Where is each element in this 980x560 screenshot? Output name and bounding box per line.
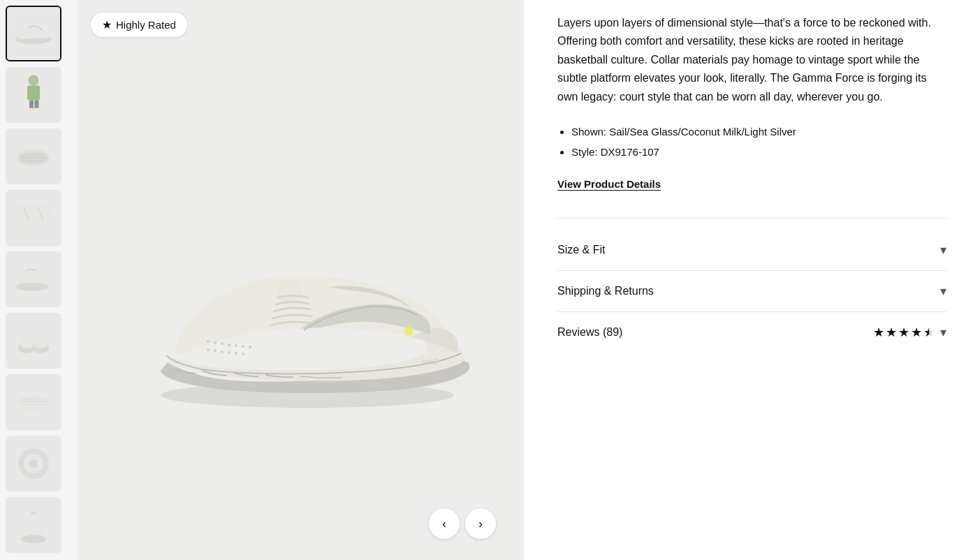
main-product-image: NIKE	[105, 147, 496, 413]
svg-rect-2	[27, 86, 40, 101]
star-4: ★	[911, 325, 922, 340]
next-image-button[interactable]: ›	[465, 508, 496, 539]
page-wrapper: ★ Highly Rated	[0, 0, 980, 560]
thumbnail-3[interactable]	[6, 128, 61, 184]
bullet-style: Style: DX9176-107	[571, 143, 946, 161]
reviews-label: Reviews (89)	[557, 326, 622, 339]
svg-point-44	[404, 325, 413, 336]
svg-point-36	[221, 351, 224, 353]
svg-rect-5	[27, 108, 34, 112]
reviews-right: ★ ★ ★ ★ ★ ★ ▾	[873, 325, 946, 340]
product-description: Layers upon layers of dimensional style—…	[557, 14, 946, 106]
svg-point-31	[214, 341, 217, 344]
svg-rect-1	[29, 75, 39, 86]
star-5-half: ★ ★	[923, 325, 935, 340]
svg-point-32	[221, 342, 224, 345]
bullet-colorway: Shown: Sail/Sea Glass/Coconut Milk/Light…	[571, 123, 946, 141]
star-1: ★	[873, 325, 884, 340]
svg-point-37	[228, 351, 231, 354]
thumbnail-8[interactable]	[6, 436, 61, 492]
highly-rated-badge: ★ Highly Rated	[91, 13, 187, 37]
thumbnail-2[interactable]	[6, 67, 61, 123]
image-navigation: ‹ ›	[429, 508, 496, 539]
svg-point-40	[249, 346, 251, 348]
svg-point-28	[21, 535, 46, 543]
svg-point-30	[207, 340, 210, 343]
product-bullets: Shown: Sail/Sea Glass/Coconut Milk/Light…	[557, 123, 946, 161]
svg-point-33	[228, 344, 231, 346]
star-2: ★	[886, 325, 897, 340]
svg-point-34	[207, 348, 210, 351]
product-info-panel: Layers upon layers of dimensional style—…	[524, 0, 980, 560]
thumbnail-1[interactable]	[6, 6, 61, 61]
reviews-section[interactable]: Reviews (89) ★ ★ ★ ★ ★ ★ ▾	[557, 312, 946, 353]
svg-rect-19	[20, 334, 34, 348]
svg-point-27	[29, 459, 38, 468]
svg-point-38	[235, 344, 237, 347]
svg-point-35	[214, 349, 217, 352]
thumbnail-7[interactable]	[6, 374, 61, 430]
divider-1	[557, 218, 946, 219]
stars-display: ★ ★ ★ ★ ★ ★	[873, 325, 935, 340]
thumbnail-9[interactable]	[6, 497, 61, 553]
thumbnail-6[interactable]	[6, 313, 61, 369]
thumbnail-sidebar	[0, 0, 77, 560]
svg-rect-6	[34, 108, 41, 112]
svg-point-42	[242, 353, 244, 355]
accordion-shipping[interactable]: Shipping & Returns ▾	[557, 271, 946, 312]
accordion-shipping-chevron: ▾	[940, 283, 946, 299]
svg-rect-20	[34, 334, 47, 348]
svg-point-16	[16, 283, 48, 291]
badge-star-icon: ★	[102, 18, 112, 31]
badge-label: Highly Rated	[116, 19, 176, 31]
accordion-shipping-label: Shipping & Returns	[557, 285, 654, 297]
svg-point-41	[235, 352, 237, 355]
star-3: ★	[898, 325, 909, 340]
view-product-details-button[interactable]: View Product Details	[557, 178, 661, 190]
prev-image-button[interactable]: ‹	[429, 508, 460, 539]
accordion-size-fit-chevron: ▾	[940, 242, 946, 258]
main-image-area: ★ Highly Rated	[77, 0, 524, 560]
svg-point-39	[242, 345, 244, 348]
thumbnail-4[interactable]	[6, 190, 61, 246]
accordion-size-fit[interactable]: Size & Fit ▾	[557, 230, 946, 271]
accordion-size-fit-label: Size & Fit	[557, 244, 605, 256]
reviews-chevron: ▾	[940, 325, 946, 340]
svg-text:NIKE: NIKE	[422, 358, 439, 367]
thumbnail-5[interactable]	[6, 251, 61, 307]
